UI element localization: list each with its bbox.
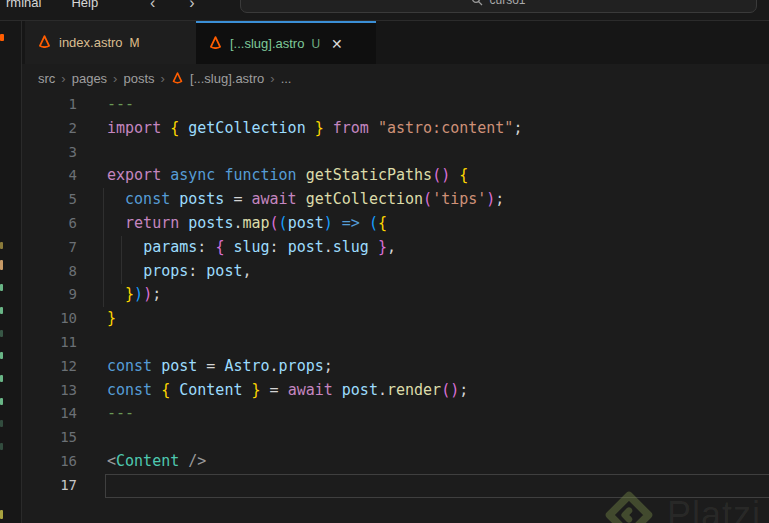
- tab-label: index.astro: [59, 35, 123, 50]
- code-token: [179, 452, 188, 470]
- code-token: ;: [513, 119, 522, 137]
- code-line[interactable]: 7 params: { slug: post.slug },: [22, 236, 769, 260]
- code-token: =>: [342, 214, 360, 232]
- code-token: Astro: [224, 357, 269, 375]
- breadcrumb-item-symbol[interactable]: ...: [281, 71, 292, 86]
- code-token: .: [270, 357, 279, 375]
- sidebar-fragment: [0, 352, 3, 359]
- code-line[interactable]: 11: [22, 331, 769, 355]
- code-token: 'tips': [432, 190, 486, 208]
- line-number: 11: [22, 331, 77, 355]
- breadcrumb-item-pages[interactable]: pages: [72, 71, 107, 86]
- code-token: {: [459, 166, 468, 184]
- breadcrumb-item-src[interactable]: src: [38, 71, 55, 86]
- code-line[interactable]: 1---: [22, 93, 769, 117]
- breadcrumb-item-file[interactable]: [...slug].astro: [190, 71, 264, 86]
- code-token: ---: [107, 404, 134, 422]
- sidebar-fragment: [0, 284, 3, 291]
- sidebar-fragment: [0, 34, 4, 41]
- code-token: />: [188, 452, 206, 470]
- code-line[interactable]: 10}: [22, 307, 769, 331]
- line-number: 8: [22, 260, 77, 284]
- code-token: ---: [107, 95, 134, 113]
- menu-bar: rminal Help: [2, 0, 102, 12]
- code-token: params: [143, 238, 197, 256]
- command-center-search[interactable]: curso1: [240, 0, 757, 13]
- sidebar-fragment: [0, 398, 3, 405]
- code-token: slug: [333, 238, 369, 256]
- line-number: 14: [22, 402, 77, 426]
- code-token: render: [387, 381, 441, 399]
- code-line[interactable]: 13const { Content } = await post.render(…: [22, 379, 769, 403]
- code-line[interactable]: 15: [22, 426, 769, 450]
- code-token: (: [369, 214, 378, 232]
- code-token: props: [279, 357, 324, 375]
- code-text: [77, 474, 107, 498]
- code-text: }: [77, 307, 116, 331]
- code-token: ): [450, 381, 459, 399]
- line-number: 7: [22, 236, 77, 260]
- explorer-sidebar-sliver[interactable]: [0, 21, 22, 523]
- menu-item-help[interactable]: Help: [67, 0, 102, 12]
- code-token: return: [125, 214, 179, 232]
- code-token: ;: [495, 190, 504, 208]
- code-token: :: [270, 238, 279, 256]
- code-token: [107, 238, 143, 256]
- code-token: await: [252, 190, 297, 208]
- code-text: ---: [77, 402, 134, 426]
- code-line[interactable]: 4export async function getStaticPaths() …: [22, 164, 769, 188]
- code-token: import: [107, 119, 161, 137]
- code-token: [170, 381, 179, 399]
- code-token: ,: [387, 238, 396, 256]
- code-token: [333, 381, 342, 399]
- breadcrumb: src › pages › posts › [...slug].astro › …: [22, 64, 769, 93]
- close-tab-icon[interactable]: ✕: [331, 36, 343, 52]
- code-token: .: [378, 381, 387, 399]
- code-token: export: [107, 166, 161, 184]
- menu-item-terminal[interactable]: rminal: [2, 0, 45, 12]
- code-token: [261, 381, 270, 399]
- code-line[interactable]: 12const post = Astro.props;: [22, 355, 769, 379]
- code-line[interactable]: 14---: [22, 402, 769, 426]
- code-token: [197, 357, 206, 375]
- line-number: 13: [22, 379, 77, 403]
- code-token: [360, 214, 369, 232]
- breadcrumb-item-posts[interactable]: posts: [123, 71, 154, 86]
- code-line[interactable]: 6 return posts.map((post) => ({: [22, 212, 769, 236]
- code-token: async: [170, 166, 215, 184]
- line-number: 1: [22, 93, 77, 117]
- sidebar-fragment: [0, 420, 3, 427]
- code-token: ;: [324, 357, 333, 375]
- code-token: }: [125, 285, 134, 303]
- tab-index-astro[interactable]: index.astro M: [25, 21, 196, 64]
- code-token: await: [288, 381, 333, 399]
- code-token: [107, 285, 125, 303]
- code-line[interactable]: 5 const posts = await getCollection('tip…: [22, 188, 769, 212]
- code-token: ;: [152, 285, 161, 303]
- code-token: getStaticPaths: [306, 166, 432, 184]
- code-lines-container: 1---2import { getCollection } from "astr…: [22, 93, 769, 498]
- nav-forward-icon[interactable]: ›: [189, 0, 194, 12]
- nav-back-icon[interactable]: ‹: [150, 0, 155, 12]
- code-token: [369, 238, 378, 256]
- code-text: <Content />: [77, 450, 206, 474]
- code-token: ,: [242, 262, 251, 280]
- code-token: ): [134, 285, 143, 303]
- code-line[interactable]: 17: [22, 474, 769, 498]
- tab-slug-astro[interactable]: [...slug].astro U ✕: [196, 21, 376, 64]
- code-line[interactable]: 8 props: post,: [22, 260, 769, 284]
- code-text: }));: [77, 283, 161, 307]
- code-token: [107, 262, 143, 280]
- code-line[interactable]: 2import { getCollection } from "astro:co…: [22, 117, 769, 141]
- code-line[interactable]: 9 }));: [22, 283, 769, 307]
- code-text: return posts.map((post) => ({: [77, 212, 387, 236]
- code-token: post: [288, 214, 324, 232]
- git-modified-badge: M: [130, 36, 140, 50]
- code-line[interactable]: 3: [22, 141, 769, 165]
- line-number: 10: [22, 307, 77, 331]
- sidebar-fragment: [0, 375, 3, 382]
- code-editor[interactable]: 1---2import { getCollection } from "astr…: [22, 93, 769, 523]
- sidebar-fragment: [0, 510, 3, 519]
- code-line[interactable]: 16<Content />: [22, 450, 769, 474]
- tab-label: [...slug].astro: [230, 36, 304, 51]
